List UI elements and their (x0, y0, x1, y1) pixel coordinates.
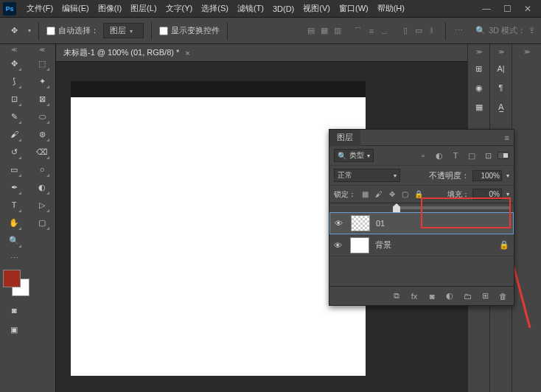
edit-toolbar-icon[interactable]: ⋯ (10, 253, 18, 263)
lock-all-icon[interactable]: 🔒 (413, 189, 423, 199)
auto-select-input[interactable] (46, 27, 55, 35)
layer-style-icon[interactable]: fx (409, 291, 419, 301)
maximize-button[interactable]: ☐ (497, 1, 517, 16)
lock-transparency-icon[interactable]: ▦ (360, 189, 370, 199)
group-icon[interactable]: 🗀 (462, 291, 472, 301)
paragraph-icon[interactable]: ¶ (493, 80, 509, 96)
menu-image[interactable]: 图像(I) (94, 3, 126, 14)
collapse-icon[interactable]: ≪ (37, 46, 47, 53)
search-icon[interactable]: 🔍 (475, 26, 486, 35)
align-left-icon[interactable]: ▤ (305, 25, 317, 37)
panel-menu-icon[interactable]: ≡ (500, 133, 514, 142)
clone-tool[interactable]: ⊛ (34, 126, 50, 142)
eraser-tool[interactable]: ⌫ (34, 144, 50, 160)
filter-smart-icon[interactable]: ⊡ (483, 150, 493, 161)
brush-tool[interactable]: 🖌 (6, 126, 22, 142)
marquee-tool[interactable]: ⬚ (34, 55, 50, 71)
menu-select[interactable]: 选择(S) (197, 3, 233, 14)
blend-mode-dropdown[interactable]: 正常 ▾ (334, 169, 400, 182)
hand-tool[interactable]: ✋ (6, 214, 22, 231)
zoom-tool[interactable]: 🔍 (6, 232, 22, 248)
lock-pixels-icon[interactable]: 🖌 (374, 189, 383, 199)
color-swatches[interactable] (0, 267, 28, 299)
share-icon[interactable]: ⇪ (528, 26, 535, 35)
fill-input[interactable]: 0% (472, 189, 502, 200)
menu-file[interactable]: 文件(F) (22, 3, 57, 14)
layer-row[interactable]: 👁 背景 🔒 (329, 234, 514, 256)
menu-layer[interactable]: 图层(L) (126, 3, 161, 14)
adjustment-layer-icon[interactable]: ◐ (444, 291, 455, 301)
menu-window[interactable]: 窗口(W) (335, 3, 373, 14)
menu-view[interactable]: 视图(V) (299, 3, 335, 14)
opacity-input[interactable]: 100% (472, 170, 502, 181)
align-middle-icon[interactable]: ≡ (366, 25, 377, 37)
auto-select-checkbox[interactable]: 自动选择： (46, 25, 99, 36)
distribute-icon[interactable]: ⫴ (426, 25, 438, 37)
shape-tool[interactable]: ▢ (34, 214, 50, 231)
menu-edit[interactable]: 编辑(E) (57, 3, 94, 14)
pen-tool[interactable]: ✒ (6, 179, 22, 195)
link-layers-icon[interactable]: ⧉ (391, 291, 402, 301)
blur-tool[interactable]: ○ (34, 161, 50, 178)
filter-adjust-icon[interactable]: ◐ (434, 150, 444, 161)
minimize-button[interactable]: — (476, 1, 497, 16)
collapse-icon[interactable]: ≪ (9, 46, 19, 53)
align-center-icon[interactable]: ▦ (318, 25, 330, 37)
new-layer-icon[interactable]: ⊞ (480, 291, 490, 301)
delete-layer-icon[interactable]: 🗑 (498, 291, 508, 301)
chevron-down-icon[interactable]: ▾ (506, 172, 509, 179)
align-top-icon[interactable]: ⎴ (352, 25, 364, 37)
crop-tool[interactable]: ⊡ (6, 91, 22, 107)
menu-3d[interactable]: 3D(D) (268, 4, 299, 13)
auto-select-dropdown[interactable]: 图层 ▾ (103, 23, 144, 38)
menu-filter[interactable]: 滤镜(T) (233, 3, 268, 14)
move-tool-indicator[interactable]: ✥ (6, 23, 22, 39)
layer-mask-icon[interactable]: ◙ (427, 291, 437, 301)
styles-icon[interactable]: ◉ (471, 80, 487, 96)
chevron-down-icon[interactable]: ▾ (506, 191, 509, 197)
distribute-v-icon[interactable]: ▭ (413, 25, 425, 37)
layer-thumbnail[interactable] (351, 215, 370, 231)
quick-mask-button[interactable]: ◙ (6, 302, 22, 318)
eyedropper-tool[interactable]: ✎ (6, 108, 22, 125)
lock-position-icon[interactable]: ✥ (387, 189, 397, 199)
collapse-icon[interactable]: ≫ (476, 49, 482, 56)
filter-shape-icon[interactable]: ▢ (467, 150, 477, 161)
show-transform-checkbox[interactable]: 显示变换控件 (159, 25, 220, 36)
lasso-tool[interactable]: ⟆ (6, 73, 22, 89)
filter-type-dropdown[interactable]: 🔍 类型 ▾ (334, 149, 374, 162)
dodge-tool[interactable]: ◐ (34, 179, 50, 195)
layer-thumbnail[interactable] (350, 237, 369, 253)
character-icon[interactable]: A| (493, 60, 509, 77)
filter-pixel-icon[interactable]: ▫ (418, 150, 428, 161)
menu-text[interactable]: 文字(Y) (161, 3, 198, 14)
history-brush-tool[interactable]: ↺ (6, 144, 22, 160)
move-tool[interactable]: ✥ (6, 55, 22, 71)
layer-row[interactable]: 👁 01 (329, 212, 514, 234)
text-tool[interactable]: T (6, 197, 22, 213)
fill-slider[interactable] (329, 203, 514, 212)
visibility-icon[interactable]: 👁 (334, 241, 344, 250)
layer-name[interactable]: 01 (376, 219, 509, 228)
colors-icon[interactable]: ▦ (471, 99, 487, 115)
close-button[interactable]: ✕ (517, 1, 538, 16)
visibility-icon[interactable]: 👁 (335, 219, 345, 228)
healing-tool[interactable]: ⬭ (34, 108, 50, 125)
distribute-h-icon[interactable]: ▯ (399, 25, 411, 37)
show-transform-input[interactable] (159, 27, 168, 35)
magic-wand-tool[interactable]: ✦ (34, 73, 50, 89)
slider-thumb[interactable] (393, 203, 400, 212)
align-bottom-icon[interactable]: ⎵ (379, 25, 391, 37)
adjustments-icon[interactable]: ⊞ (471, 60, 487, 77)
document-tab[interactable]: 未标题-1 @ 100% (01, RGB/8) * × (56, 44, 467, 62)
collapse-icon[interactable]: ≫ (524, 49, 530, 56)
more-options-icon[interactable]: ⋯ (453, 25, 465, 37)
filter-text-icon[interactable]: T (450, 150, 461, 161)
lock-artboard-icon[interactable]: ▢ (400, 189, 410, 199)
artboard[interactable] (71, 97, 366, 376)
menu-help[interactable]: 帮助(H) (373, 3, 409, 14)
collapse-icon[interactable]: ≫ (498, 49, 504, 56)
close-tab-icon[interactable]: × (185, 49, 189, 57)
path-selection-tool[interactable]: ▷ (34, 197, 50, 213)
frame-tool[interactable]: ⊠ (34, 91, 50, 107)
